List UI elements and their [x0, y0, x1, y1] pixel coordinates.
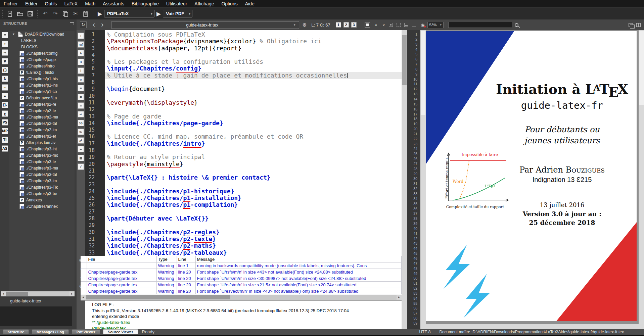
- code-line[interactable]: [105, 208, 402, 215]
- tree-item[interactable]: ./Chapitres/p2-tal: [9, 120, 75, 127]
- code-line[interactable]: \include{./Chapitres/p1-historique}: [105, 188, 402, 195]
- float-panel-icon[interactable]: [70, 22, 74, 25]
- tree-item[interactable]: PAnnexes: [9, 197, 75, 203]
- code-line[interactable]: \include{./Chapitres/page-garde}: [105, 120, 402, 127]
- magnifier-icon[interactable]: [515, 23, 518, 27]
- code-line[interactable]: [105, 79, 402, 86]
- delimiters-tab[interactable]: {}: [2, 67, 8, 73]
- code-line[interactable]: % Les packages et la configuration utili…: [105, 58, 402, 65]
- tikz-tab[interactable]: TI: [2, 137, 8, 143]
- expand-arrow-icon[interactable]: ▼: [12, 33, 15, 36]
- tree-item[interactable]: ./Chapitres/p3-te: [9, 158, 75, 165]
- tree-item[interactable]: ./Chapitres/p2-te: [9, 107, 75, 114]
- scroll-left-icon[interactable]: ◄: [81, 295, 86, 300]
- code-editor[interactable]: % Compilation sous PDFLaTeX\PassOptionsT…: [105, 30, 402, 256]
- emph-icon[interactable]: e: [78, 76, 84, 83]
- menu-bibliographie[interactable]: Bibliographie: [128, 0, 163, 7]
- scroll-down-icon[interactable]: ∨: [382, 22, 385, 27]
- new-file-button[interactable]: [6, 9, 14, 18]
- code-line[interactable]: % Licence CC, mind map, sommaire, préamb…: [105, 133, 402, 140]
- brackets-tab[interactable]: (].: [2, 102, 8, 108]
- message-row[interactable]: Warningline 1running in backwards compat…: [81, 262, 402, 269]
- itemize-icon[interactable]: ≡: [78, 85, 84, 91]
- code-line[interactable]: [105, 167, 402, 174]
- menu-affichage[interactable]: Affichage: [191, 0, 218, 7]
- tree-item[interactable]: ▼D:\ADRIEN\Download: [9, 31, 75, 37]
- marquee-zoom-icon[interactable]: [397, 23, 401, 27]
- newline-icon[interactable]: ↵: [78, 111, 84, 117]
- previous-document-icon[interactable]: ‹: [93, 21, 95, 28]
- tree-item[interactable]: ./Chapitres/annex: [9, 203, 75, 209]
- log-vscrollbar[interactable]: [402, 300, 407, 329]
- menu-utilisateur[interactable]: Utilisateur: [163, 0, 191, 7]
- menu-latex[interactable]: LaTeX: [60, 0, 81, 7]
- code-line[interactable]: \include{./Chapitres/p2-tableaux}: [105, 249, 402, 256]
- misc-symbols-tab[interactable]: ∞: [2, 84, 8, 91]
- cut-button[interactable]: ✂: [71, 9, 80, 18]
- tree-item[interactable]: ./Chapitres/p2-ma: [9, 114, 75, 120]
- menu-math[interactable]: Math: [81, 0, 99, 7]
- view-command-select[interactable]: Voir PDF ▼: [163, 10, 192, 17]
- status-tab-source-viewer[interactable]: Source Viewer: [103, 329, 138, 334]
- tree-item[interactable]: BLOCKS: [9, 44, 75, 50]
- open-file-select[interactable]: guide-latex-fr.tex ▼: [111, 21, 299, 29]
- subscript-icon[interactable]: x₂: [78, 129, 84, 135]
- tree-item[interactable]: ./Chapitres/p1-his: [9, 76, 75, 82]
- metapost-tab[interactable]: MP: [2, 128, 8, 134]
- code-line[interactable]: [105, 127, 402, 133]
- code-line[interactable]: \begin{document}: [105, 86, 402, 92]
- pdf-page[interactable]: Initiation à LATEX guide-latex-fr Pour d…: [426, 31, 637, 321]
- tree-item[interactable]: ./Chapitres/p1-ins: [9, 82, 75, 88]
- tree-item[interactable]: ./Chapitres/p2-er: [9, 133, 75, 139]
- detach-viewer-icon[interactable]: [629, 23, 633, 27]
- messages-hscrollbar[interactable]: ◄ ►: [81, 295, 402, 300]
- arrow-symbols-tab[interactable]: ⇒: [2, 49, 8, 56]
- scroll-up-icon[interactable]: ∧: [375, 22, 378, 27]
- fit-width-icon[interactable]: [389, 23, 393, 27]
- menu-outils[interactable]: Outils: [41, 0, 61, 7]
- frac-icon[interactable]: ÷: [78, 146, 84, 152]
- run-compile-button[interactable]: ▶: [98, 10, 102, 17]
- description-icon[interactable]: ≡: [78, 102, 84, 109]
- scrollbar-thumb[interactable]: [639, 31, 644, 105]
- pdf-search-input[interactable]: [448, 22, 512, 28]
- tree-item[interactable]: ./Chapitres/p3-im: [9, 178, 75, 184]
- scrollbar-thumb[interactable]: [421, 31, 425, 115]
- messages-vscrollbar[interactable]: [402, 256, 407, 300]
- pdf-right-scrollbar[interactable]: [639, 30, 644, 329]
- run-view-button[interactable]: ▶: [156, 10, 161, 17]
- tree-item[interactable]: ./Chapitres/p1-co: [9, 88, 75, 95]
- scrollbar-thumb[interactable]: [6, 292, 28, 296]
- tree-item[interactable]: PAller plus loin av: [9, 139, 75, 146]
- menu-fichier[interactable]: Fichier: [0, 0, 21, 7]
- open-file-button[interactable]: [16, 9, 25, 18]
- tree-item[interactable]: PDébuter avec \La: [9, 95, 75, 101]
- auto-refresh-eye-icon[interactable]: ◉: [421, 22, 424, 28]
- scroll-right-icon[interactable]: ►: [397, 295, 402, 300]
- open-file-list-item[interactable]: guide-latex-fr.tex: [10, 299, 41, 303]
- tree-item[interactable]: ./Chapitres/p3-ma: [9, 165, 75, 171]
- undo-button[interactable]: ↶: [41, 9, 50, 18]
- pstricks-tab[interactable]: PS: [2, 119, 8, 126]
- tree-item[interactable]: ./Chapitres/config: [9, 50, 75, 56]
- grid-viewer-icon[interactable]: [636, 23, 641, 27]
- tree-item[interactable]: LABELS: [9, 37, 75, 44]
- save-button[interactable]: [26, 9, 35, 18]
- tree-item[interactable]: ./Chapitres/p3-tal: [9, 171, 75, 178]
- close-viewer-icon[interactable]: ⊗: [303, 22, 307, 28]
- message-row[interactable]: Chapitres/page-garde.texWarningline 20Fo…: [81, 275, 402, 282]
- tree-item[interactable]: ./Chapitres/p2-re: [9, 101, 75, 107]
- messages-col-line[interactable]: Line: [177, 256, 195, 262]
- misc-text-tab[interactable]: χ: [2, 110, 8, 117]
- code-line[interactable]: [105, 52, 402, 58]
- menu-editer[interactable]: Editer: [21, 0, 41, 7]
- special-symbols-tab[interactable]: ∗: [2, 93, 8, 99]
- page-list-icon[interactable]: [365, 22, 370, 28]
- message-row[interactable]: Chapitres/page-garde.texWarningline 20Fo…: [81, 269, 402, 275]
- tree-item[interactable]: ./Chapitres/p2-im: [9, 127, 75, 133]
- structure-tab[interactable]: ≡: [2, 32, 8, 38]
- code-line[interactable]: % Retour au style principal: [105, 154, 402, 160]
- paste-button[interactable]: [81, 9, 90, 18]
- scroll-left-icon[interactable]: ◄: [1, 291, 6, 296]
- menu-assistants[interactable]: Assistants: [99, 0, 128, 7]
